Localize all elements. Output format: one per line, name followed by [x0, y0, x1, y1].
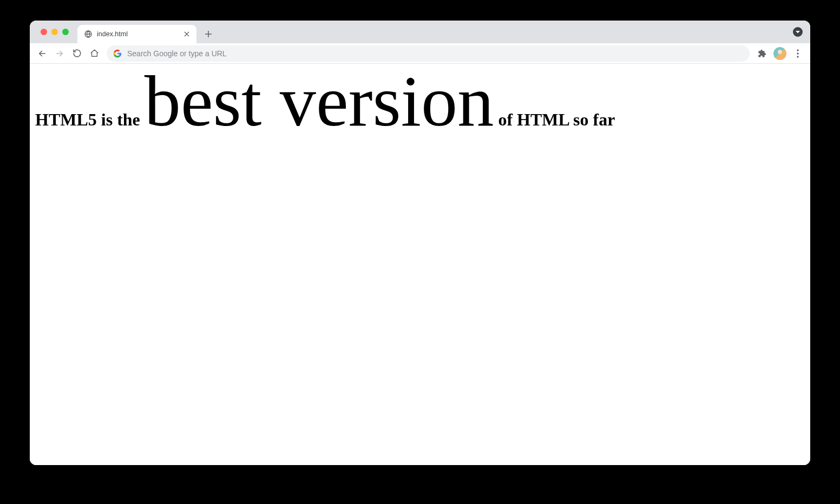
address-bar[interactable]: Search Google or type a URL — [107, 45, 750, 62]
extensions-button[interactable] — [754, 45, 770, 62]
window-controls — [35, 21, 74, 43]
window-minimize-button[interactable] — [51, 29, 58, 35]
window-close-button[interactable] — [41, 29, 47, 35]
browser-tab[interactable]: index.html — [77, 25, 196, 43]
back-button[interactable] — [34, 45, 50, 62]
profile-avatar[interactable] — [773, 47, 786, 60]
svg-point-3 — [797, 56, 798, 57]
home-button[interactable] — [86, 45, 102, 62]
new-tab-button[interactable] — [201, 26, 216, 42]
svg-point-1 — [797, 49, 798, 51]
toolbar-right — [754, 45, 806, 62]
tab-title: index.html — [97, 30, 178, 38]
tab-close-button[interactable] — [182, 30, 191, 38]
svg-point-2 — [797, 52, 798, 54]
heading-post: of HTML so far — [494, 110, 615, 129]
reload-button[interactable] — [69, 45, 85, 62]
window-zoom-button[interactable] — [62, 29, 69, 35]
page-viewport: HTML5 is the best version of HTML so far — [30, 64, 810, 465]
browser-window: index.html — [30, 21, 810, 465]
toolbar: Search Google or type a URL — [30, 43, 810, 64]
address-bar-placeholder: Search Google or type a URL — [127, 49, 743, 58]
forward-button[interactable] — [51, 45, 68, 62]
page-body: HTML5 is the best version of HTML so far — [35, 79, 805, 130]
tab-search-button[interactable] — [793, 27, 803, 37]
heading-pre: HTML5 is the — [35, 110, 145, 129]
page-heading: HTML5 is the best version of HTML so far — [35, 79, 805, 130]
google-icon — [113, 49, 122, 58]
chrome-menu-button[interactable] — [790, 45, 806, 62]
globe-icon — [84, 30, 93, 38]
tab-strip: index.html — [30, 21, 810, 43]
heading-big: best version — [145, 64, 494, 141]
